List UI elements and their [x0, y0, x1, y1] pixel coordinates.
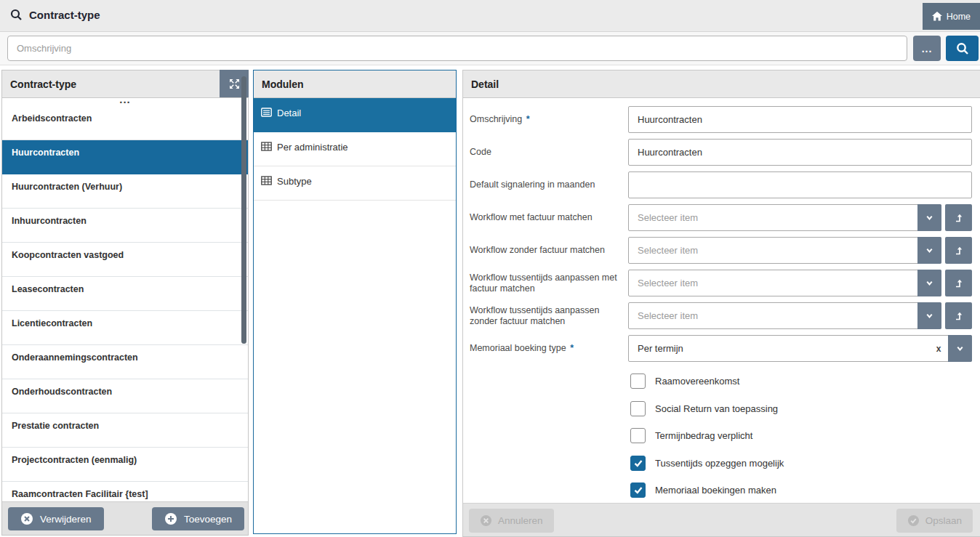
form-row: Workflow tussentijds aanpassen zonder fa…: [463, 302, 980, 329]
contract-type-item[interactable]: Koopcontracten vastgoed: [2, 243, 248, 277]
select-value: Per termijn: [629, 343, 929, 354]
check-icon: [633, 485, 643, 495]
field-area: Selecteer item: [628, 204, 972, 231]
module-tab[interactable]: Subtype: [254, 166, 456, 201]
text-field[interactable]: [628, 106, 972, 133]
circle-x-icon: [480, 514, 492, 527]
dropdown-button[interactable]: [917, 302, 941, 329]
contract-type-item[interactable]: Prestatie contracten: [2, 413, 248, 448]
contract-type-item[interactable]: Projectcontracten (eenmalig): [2, 448, 248, 482]
module-tab[interactable]: Per administratie: [254, 132, 456, 166]
lookup-select[interactable]: Selecteer item: [628, 302, 941, 329]
check-icon: [633, 459, 643, 468]
module-tab[interactable]: Detail: [254, 98, 456, 132]
open-lookup-button[interactable]: [945, 270, 972, 296]
contract-type-panel: Contract-type ... ArbeidscontractenHuurc…: [1, 70, 249, 536]
delete-button[interactable]: Verwijderen: [8, 507, 104, 530]
contract-type-item[interactable]: Onderaannemingscontracten: [2, 345, 248, 379]
circle-x-icon: [20, 512, 33, 525]
contract-type-item[interactable]: Huurcontracten: [2, 140, 248, 174]
contract-type-item-label: Inhuurcontracten: [12, 216, 87, 226]
required-asterisk: *: [570, 343, 574, 353]
list-resize-handle[interactable]: ...: [2, 98, 248, 106]
field-label: Workflow tussentijds aanpassen met factu…: [463, 272, 628, 294]
open-lookup-button[interactable]: [945, 204, 972, 231]
form-row: Workflow tussentijds aanpassen met factu…: [463, 270, 980, 296]
expand-arrows-icon: [229, 78, 240, 89]
contract-type-item-label: Huurcontracten (Verhuur): [12, 182, 122, 192]
dropdown-button[interactable]: [917, 204, 941, 231]
clear-icon[interactable]: x: [929, 344, 948, 354]
contract-type-item[interactable]: Inhuurcontracten: [2, 209, 248, 243]
table-icon: [261, 176, 272, 185]
home-icon: [932, 12, 942, 21]
contract-type-item-label: Onderhoudscontracten: [12, 387, 112, 397]
save-button[interactable]: Opslaan: [896, 509, 973, 533]
checkbox-label: Termijnbedrag verplicht: [655, 430, 752, 441]
lookup-select[interactable]: Selecteer item: [628, 237, 941, 264]
checkbox-unchecked[interactable]: [630, 374, 646, 389]
cancel-button[interactable]: Annuleren: [469, 509, 554, 533]
contract-type-item-label: Arbeidscontracten: [12, 113, 92, 124]
select-placeholder: Selecteer item: [629, 245, 917, 256]
module-tab-label: Per administratie: [277, 142, 348, 153]
level-up-icon: [954, 246, 964, 256]
more-options-button[interactable]: ...: [913, 36, 941, 61]
list-scrollbar[interactable]: [241, 76, 246, 344]
field-area: [628, 139, 972, 166]
checkbox-checked[interactable]: [630, 456, 646, 471]
open-lookup-button[interactable]: [945, 302, 972, 329]
select-placeholder: Selecteer item: [629, 310, 917, 321]
dropdown-button[interactable]: [948, 335, 972, 362]
contract-type-panel-header: Contract-type: [2, 70, 248, 98]
dropdown-button[interactable]: [917, 270, 941, 296]
level-up-icon: [954, 213, 964, 223]
required-asterisk: *: [526, 114, 530, 124]
form-row: Workflow met factuur matchen Selecteer i…: [463, 204, 980, 231]
text-field[interactable]: [628, 171, 972, 198]
search-input[interactable]: [7, 36, 907, 61]
search-button[interactable]: [946, 36, 979, 61]
contract-type-item-label: Prestatie contracten: [12, 421, 99, 431]
checkbox-unchecked[interactable]: [630, 401, 646, 416]
select-placeholder: Selecteer item: [629, 278, 917, 288]
lookup-select[interactable]: Selecteer item: [628, 270, 941, 296]
clearable-select[interactable]: Per termijnx: [628, 335, 972, 362]
field-label: Code: [463, 147, 628, 158]
checkbox-unchecked[interactable]: [630, 428, 646, 443]
field-label: Workflow met factuur matchen: [463, 212, 628, 223]
add-button[interactable]: Toevoegen: [152, 507, 244, 530]
field-label: Omschrijving *: [463, 114, 628, 125]
contract-type-item[interactable]: Raamcontracten Facilitair {test]: [2, 482, 248, 501]
contract-type-list: ArbeidscontractenHuurcontractenHuurcontr…: [2, 106, 248, 501]
field-label: Workflow zonder factuur matchen: [463, 245, 628, 256]
level-up-icon: [954, 311, 964, 321]
contract-type-item-label: Raamcontracten Facilitair {test]: [12, 489, 148, 499]
chevron-down-icon: [925, 311, 934, 320]
modules-panel-header: Modulen: [254, 70, 456, 98]
field-area: [628, 171, 972, 198]
checkbox-label: Raamovereenkomst: [655, 376, 739, 387]
open-lookup-button[interactable]: [945, 237, 972, 264]
contract-type-item[interactable]: Arbeidscontracten: [2, 106, 248, 140]
module-tab-label: Subtype: [277, 176, 312, 187]
contract-type-item-label: Onderaannemingscontracten: [12, 352, 138, 363]
field-area: Selecteer item: [628, 302, 972, 329]
form-row: Omschrijving *: [463, 106, 980, 133]
contract-type-item[interactable]: Huurcontracten (Verhuur): [2, 174, 248, 209]
checkbox-checked[interactable]: [630, 483, 646, 498]
modules-panel: Modulen DetailPer administratieSubtype: [253, 70, 457, 534]
checkbox-row: Memoriaal boekingen maken: [630, 477, 980, 503]
form-row: Code: [463, 139, 980, 166]
lookup-select[interactable]: Selecteer item: [628, 204, 941, 231]
contract-type-item[interactable]: Leasecontracten: [2, 277, 248, 311]
detail-form: Omschrijving *Code Default signalering i…: [463, 98, 980, 503]
module-tabs: DetailPer administratieSubtype: [254, 98, 456, 201]
checkbox-label: Tussentijds opzeggen mogelijk: [655, 458, 784, 469]
checkbox-label: Social Return van toepassing: [655, 403, 778, 414]
contract-type-item[interactable]: Onderhoudscontracten: [2, 379, 248, 413]
dropdown-button[interactable]: [917, 237, 941, 264]
home-button[interactable]: Home: [923, 3, 980, 30]
contract-type-item[interactable]: Licentiecontracten: [2, 311, 248, 345]
text-field[interactable]: [628, 139, 972, 166]
